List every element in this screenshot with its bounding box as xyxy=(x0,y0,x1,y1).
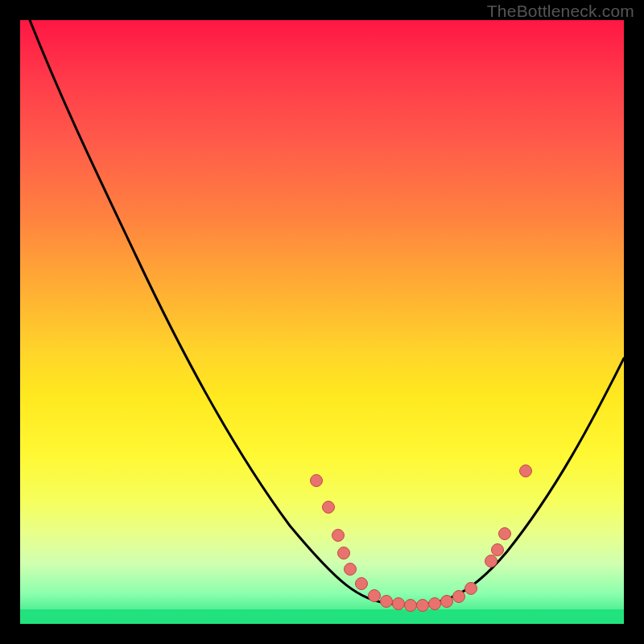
data-point xyxy=(441,596,453,608)
data-point xyxy=(338,547,350,559)
data-point xyxy=(381,596,393,608)
curve-points xyxy=(311,465,532,612)
data-point xyxy=(405,600,417,612)
data-point xyxy=(369,590,381,602)
curve-path xyxy=(30,20,624,605)
data-point xyxy=(323,502,335,514)
data-point xyxy=(332,530,345,542)
data-point xyxy=(345,564,357,576)
data-point xyxy=(492,544,504,556)
watermark-text: TheBottleneck.com xyxy=(487,2,634,21)
data-point xyxy=(485,555,497,568)
bottleneck-curve xyxy=(20,20,624,624)
data-point xyxy=(429,598,441,610)
data-point xyxy=(417,600,429,612)
data-point xyxy=(499,528,511,540)
data-point xyxy=(356,578,368,590)
data-point xyxy=(520,465,532,477)
data-point xyxy=(393,598,405,610)
chart-frame: TheBottleneck.com xyxy=(0,0,644,644)
data-point xyxy=(453,591,465,603)
plot-area xyxy=(20,20,624,624)
data-point xyxy=(311,475,323,487)
data-point xyxy=(465,583,477,595)
